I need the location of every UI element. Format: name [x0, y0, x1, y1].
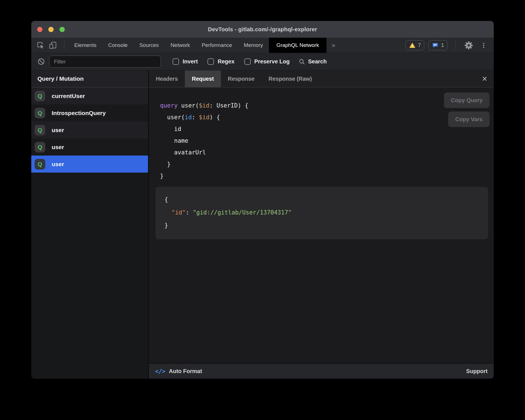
query-type-badge: Q: [35, 91, 45, 101]
screen-background: DevTools - gitlab.com/-/graphql-explorer…: [0, 0, 525, 420]
panel-footer: </> Auto Format Support: [149, 363, 494, 379]
code-line: }: [160, 158, 494, 170]
devtools-tab-graphql-network[interactable]: GraphQL Network: [269, 38, 326, 53]
invert-checkbox-box[interactable]: [173, 58, 179, 65]
query-list-item-label: user: [52, 127, 64, 133]
panel-tab-request[interactable]: Request: [185, 70, 221, 87]
invert-checkbox-label: Invert: [183, 58, 198, 65]
preserve-log-checkbox-label: Preserve Log: [254, 58, 290, 65]
devtools-tab-console[interactable]: Console: [102, 38, 133, 53]
copy-buttons: Copy Query Copy Vars: [444, 92, 490, 127]
request-panel-tabs: HeadersRequestResponseResponse (Raw) ✕: [149, 70, 494, 87]
titlebar: DevTools - gitlab.com/-/graphql-explorer: [31, 21, 494, 38]
panel-tab-response[interactable]: Response: [221, 70, 262, 87]
regex-checkbox-label: Regex: [218, 58, 234, 65]
devtools-tab-network[interactable]: Network: [165, 38, 196, 53]
menu-dots-icon[interactable]: [480, 42, 487, 49]
devtools-tab-performance[interactable]: Performance: [196, 38, 238, 53]
query-list-item[interactable]: QIntrospectionQuery: [31, 104, 148, 121]
devtools-tab-sources[interactable]: Sources: [133, 38, 165, 53]
query-type-badge: Q: [35, 125, 45, 135]
devtools-tab-memory[interactable]: Memory: [238, 38, 269, 53]
toolbar-divider: [64, 41, 65, 49]
query-type-badge: Q: [35, 142, 45, 152]
window-title: DevTools - gitlab.com/-/graphql-explorer: [208, 26, 317, 33]
clear-block-icon[interactable]: [37, 58, 45, 65]
graphql-variables-code: { "id": "gid://gitlab/User/13704317"}: [164, 193, 483, 232]
settings-gear-icon[interactable]: [464, 41, 473, 50]
request-content: Copy Query Copy Vars query user($id: Use…: [149, 87, 494, 363]
checkbox-invert[interactable]: Invert: [173, 58, 198, 65]
request-panel: HeadersRequestResponseResponse (Raw) ✕ C…: [149, 70, 494, 379]
inspect-element-icon[interactable]: [36, 38, 45, 53]
message-bubble-icon: [432, 42, 439, 49]
panel-tab-response-raw[interactable]: Response (Raw): [261, 70, 319, 87]
code-line: name: [160, 135, 494, 147]
main-split: Query / Mutation QcurrentUserQIntrospect…: [31, 70, 494, 379]
filter-input[interactable]: [49, 56, 161, 68]
code-line: "id": "gid://gitlab/User/13704317": [164, 206, 483, 219]
search-group[interactable]: Search: [299, 58, 327, 65]
query-type-badge: Q: [35, 159, 45, 170]
copy-query-button[interactable]: Copy Query: [444, 92, 490, 108]
traffic-lights: [37, 21, 65, 38]
regex-checkbox-box[interactable]: [207, 58, 214, 65]
code-line: }: [160, 170, 494, 182]
variables-box: { "id": "gid://gitlab/User/13704317"}: [156, 187, 488, 239]
query-list-item[interactable]: Quser: [31, 156, 148, 173]
devtools-window: DevTools - gitlab.com/-/graphql-explorer…: [31, 21, 494, 379]
query-type-badge: Q: [35, 108, 45, 118]
issue-count: 1: [441, 42, 444, 48]
issues-badge[interactable]: 1: [428, 40, 447, 50]
search-label: Search: [308, 58, 327, 65]
query-list-item-label: currentUser: [52, 93, 85, 99]
warning-count: 7: [418, 42, 421, 48]
warning-triangle-icon: [409, 42, 416, 49]
code-line: avatarUrl: [160, 147, 494, 158]
device-toolbar-icon[interactable]: [48, 38, 58, 53]
close-panel-icon[interactable]: ✕: [482, 70, 494, 87]
query-list-item-label: IntrospectionQuery: [52, 110, 106, 116]
sidebar-header: Query / Mutation: [31, 70, 148, 87]
query-list-item[interactable]: QcurrentUser: [31, 87, 148, 104]
support-link[interactable]: Support: [466, 368, 488, 374]
close-window-button[interactable]: [37, 27, 42, 32]
checkbox-preserve-log[interactable]: Preserve Log: [244, 58, 290, 65]
toolbar-divider: [455, 41, 456, 49]
code-line: }: [164, 219, 483, 232]
copy-vars-button[interactable]: Copy Vars: [448, 111, 490, 127]
auto-format-button[interactable]: Auto Format: [169, 368, 202, 374]
query-sidebar: Query / Mutation QcurrentUserQIntrospect…: [31, 70, 149, 379]
filter-bar: InvertRegexPreserve Log Search: [31, 53, 494, 70]
panel-tab-headers[interactable]: Headers: [149, 70, 185, 87]
toolbar-right-cluster: 7 1: [405, 38, 494, 53]
devtools-toolbar: ElementsConsoleSourcesNetworkPerformance…: [31, 38, 494, 53]
query-list-item[interactable]: Quser: [31, 121, 148, 139]
query-list-item-label: user: [52, 144, 64, 151]
code-format-icon: </>: [155, 368, 165, 375]
preserve-log-checkbox-box[interactable]: [244, 58, 251, 65]
query-list-item[interactable]: Quser: [31, 139, 148, 156]
devtools-tab-strip: ElementsConsoleSourcesNetworkPerformance…: [68, 38, 326, 53]
minimize-window-button[interactable]: [48, 27, 54, 32]
query-list: QcurrentUserQIntrospectionQueryQuserQuse…: [31, 87, 148, 173]
warnings-badge[interactable]: 7: [405, 40, 424, 50]
filter-options: InvertRegexPreserve Log: [173, 58, 290, 65]
code-line: {: [164, 193, 483, 206]
devtools-tab-elements[interactable]: Elements: [68, 38, 102, 53]
search-icon: [299, 58, 305, 65]
more-tabs-chevron[interactable]: »: [326, 38, 340, 53]
query-list-item-label: user: [52, 161, 64, 168]
checkbox-regex[interactable]: Regex: [207, 58, 234, 65]
fullscreen-window-button[interactable]: [59, 27, 65, 32]
